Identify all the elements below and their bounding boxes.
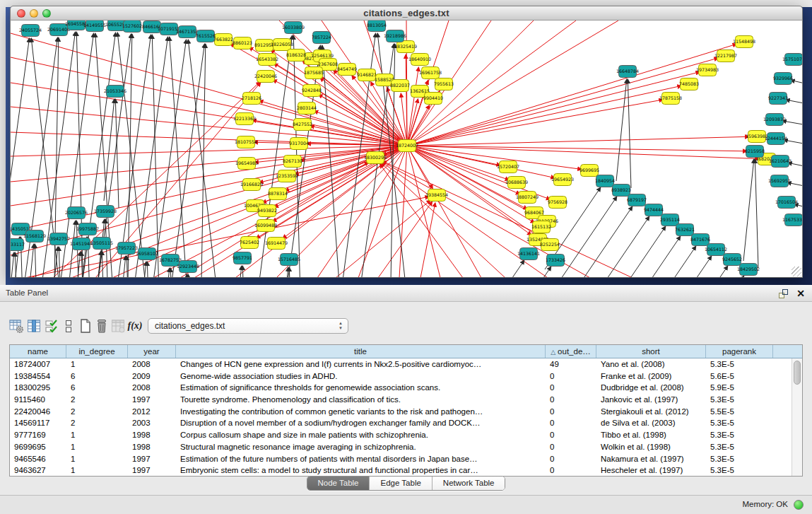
table-cell[interactable]: 2003 [128, 417, 176, 429]
table-cell[interactable]: 14569117 [10, 417, 66, 429]
column-header-out_de[interactable]: △out_de… [546, 345, 596, 358]
table-cell[interactable]: Yano et al. (2008) [596, 358, 706, 370]
table-row[interactable]: 911546021997Tourette syndrome. Phenomeno… [10, 394, 802, 406]
table-cell[interactable]: 1997 [128, 453, 176, 465]
table-cell[interactable]: 0 [546, 370, 596, 382]
table-cell[interactable]: 5.3E-5 [706, 465, 773, 477]
table-cell[interactable]: 5.3E-5 [706, 417, 773, 429]
scrollbar-thumb[interactable] [794, 361, 801, 385]
column-header-title[interactable]: title [176, 345, 546, 358]
table-cell[interactable]: 5.5E-5 [706, 406, 773, 418]
table-cell[interactable]: 5.3E-5 [706, 358, 773, 370]
tab-network-table[interactable]: Network Table [433, 477, 505, 490]
table-cell[interactable]: 1997 [128, 465, 176, 477]
table-cell[interactable]: 2009 [128, 370, 176, 382]
combobox-stepper-icon[interactable]: ▲▼ [339, 321, 343, 331]
table-cell[interactable]: 9465546 [10, 453, 66, 465]
select-all-rows-icon[interactable] [44, 317, 59, 334]
table-cell[interactable]: Corpus callosum shape and size in male p… [176, 429, 546, 441]
table-cell[interactable]: 9115460 [10, 394, 66, 406]
table-cell[interactable]: Wolkin et al. (1998) [596, 441, 706, 453]
table-cell[interactable]: Disruption of a novel member of a sodium… [176, 417, 546, 429]
table-cell[interactable]: Embryonic stem cells: a model to study s… [176, 465, 546, 477]
table-cell[interactable]: Dudbridge et al. (2008) [596, 382, 706, 394]
table-cell[interactable]: 5.9E-5 [706, 382, 773, 394]
table-cell[interactable]: Franke et al. (2009) [596, 370, 706, 382]
table-cell[interactable]: Tibbo et al. (1998) [596, 429, 706, 441]
table-cell[interactable]: 9699695 [10, 441, 66, 453]
table-cell[interactable]: Structural magnetic resonance image aver… [176, 441, 546, 453]
table-row[interactable]: 969969511998Structural magnetic resonanc… [10, 441, 802, 453]
table-cell[interactable]: 0 [546, 417, 596, 429]
table-cell[interactable]: 18724007 [10, 358, 66, 370]
function-builder-icon[interactable]: f(x) [127, 317, 143, 334]
column-header-name[interactable]: name [10, 345, 66, 358]
column-header-in_degree[interactable]: in_degree [66, 345, 128, 358]
table-cell[interactable]: Investigating the contribution of common… [176, 406, 546, 418]
table-cell[interactable]: 6 [66, 382, 128, 394]
table-row[interactable]: 977716911998Corpus callosum shape and si… [10, 429, 802, 441]
column-header-year[interactable]: year [128, 345, 176, 358]
new-table-icon[interactable] [78, 317, 93, 334]
table-cell[interactable]: Stergiakouli et al. (2012) [596, 406, 706, 418]
table-cell[interactable]: 2 [66, 394, 128, 406]
table-cell[interactable]: 22420046 [10, 406, 66, 418]
table-cell[interactable]: 5.3E-5 [706, 441, 773, 453]
tab-edge-table[interactable]: Edge Table [370, 477, 432, 490]
table-cell[interactable]: 1997 [128, 394, 176, 406]
table-cell[interactable]: Estimation of the future numbers of pati… [176, 453, 546, 465]
table-cell[interactable]: 6 [66, 370, 128, 382]
table-cell[interactable]: 0 [546, 465, 596, 477]
table-cell[interactable]: 1 [66, 453, 128, 465]
table-cell[interactable]: 18300295 [10, 382, 66, 394]
tab-node-table[interactable]: Node Table [307, 477, 370, 490]
table-cell[interactable]: de Silva et al. (2003) [596, 417, 706, 429]
table-select-combobox[interactable]: citations_edges.txt ▲▼ [148, 318, 348, 334]
column-chooser-icon[interactable] [26, 317, 42, 334]
table-cell[interactable]: Jankovic et al. (1997) [596, 394, 706, 406]
table-row[interactable]: 1938455462009Genome-wide association stu… [10, 370, 802, 382]
table-cell[interactable]: 5.3E-5 [706, 453, 773, 465]
table-cell[interactable]: 0 [546, 429, 596, 441]
table-cell[interactable]: 5.3E-5 [706, 429, 773, 441]
table-row[interactable]: 2242004622012Investigating the contribut… [10, 406, 802, 418]
row-height-icon[interactable] [61, 317, 76, 334]
table-cell[interactable]: 1 [66, 441, 128, 453]
table-cell[interactable]: 2008 [128, 382, 176, 394]
window-resize-grip[interactable] [792, 267, 801, 276]
table-cell[interactable]: 1998 [128, 441, 176, 453]
table-cell[interactable]: 2 [66, 417, 128, 429]
table-cell[interactable]: 1 [66, 465, 128, 477]
table-cell[interactable]: 1 [66, 429, 128, 441]
table-cell[interactable]: 0 [546, 453, 596, 465]
table-cell[interactable]: 2 [66, 406, 128, 418]
table-cell[interactable]: 9777169 [10, 429, 66, 441]
table-row[interactable]: 1456911722003Disruption of a novel membe… [10, 417, 802, 429]
table-cell[interactable]: 1998 [128, 429, 176, 441]
table-cell[interactable]: 49 [546, 358, 596, 370]
table-cell[interactable]: 0 [546, 441, 596, 453]
table-cell[interactable]: 5.3E-5 [706, 394, 773, 406]
table-cell[interactable]: 9463627 [10, 465, 66, 477]
delete-table-icon[interactable] [94, 317, 110, 334]
table-cell[interactable]: Nakamura et al. (1997) [596, 453, 706, 465]
network-graph[interactable]: 1872400788601238912955182260589827508165… [11, 21, 803, 278]
network-window-titlebar[interactable]: citations_edges.txt [10, 6, 803, 21]
table-cell[interactable]: 0 [546, 382, 596, 394]
table-cell[interactable]: Estimation of significance thresholds fo… [176, 382, 546, 394]
table-cell[interactable]: Changes of HCN gene expression and I(f) … [176, 358, 546, 370]
table-cell[interactable]: 0 [546, 406, 596, 418]
table-row[interactable]: 946554611997Estimation of the future num… [10, 453, 802, 465]
table-cell[interactable]: 0 [546, 394, 596, 406]
table-row[interactable]: 946362711997Embryonic stem cells: a mode… [10, 465, 802, 477]
table-cell[interactable]: Tourette syndrome. Phenomenology and cla… [176, 394, 546, 406]
table-row[interactable]: 1872400712008Changes of HCN gene express… [10, 358, 802, 370]
table-cell[interactable]: Genome-wide association studies in ADHD. [176, 370, 546, 382]
table-cell[interactable]: 2008 [128, 358, 176, 370]
float-panel-icon[interactable] [779, 289, 788, 298]
table-cell[interactable]: 5.6E-5 [706, 370, 773, 382]
table-settings-icon[interactable] [8, 317, 24, 334]
table-cell[interactable]: 1 [66, 358, 128, 370]
table-cell[interactable]: 19384554 [10, 370, 66, 382]
column-header-pagerank[interactable]: pagerank [706, 345, 773, 358]
